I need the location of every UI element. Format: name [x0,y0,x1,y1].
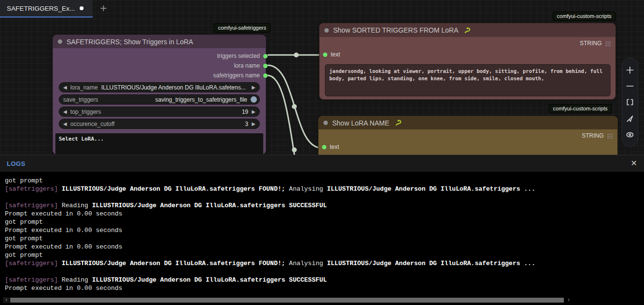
toggle-dot-icon[interactable] [251,96,257,103]
log-line: Prompt executed in 0.00 seconds [5,243,639,251]
log-line: Prompt executed in 0.00 seconds [5,226,639,234]
input-dot-icon[interactable] [322,145,326,149]
widget-lora-name[interactable]: ◀ lora_name ILLUSTRIOUS/Judge Anderson D… [59,82,260,92]
node-badge: comfyui-safetriggers [214,23,271,33]
output-type-label: STRING [582,132,604,139]
node-show-lora-name[interactable]: Show LoRA NAME STRING text [318,116,618,160]
unsaved-dot-icon [80,6,84,10]
output-dot-icon[interactable] [263,73,268,78]
log-line: Prompt executed in 0.00 seconds [5,210,639,218]
input-slot-text[interactable]: text [320,50,615,59]
log-line: [safetriggers] Reading ILLUSTRIOUS/Judge… [5,276,639,284]
decrement-icon[interactable]: ◀ [63,121,67,126]
node-title-bar[interactable]: Show SORTED TRIGGERS FROM LoRA [320,23,615,37]
output-slot-safetriggers-name[interactable]: safetriggers name [53,71,266,80]
zoom-in-button[interactable] [625,65,635,75]
output-type-label: STRING [580,40,602,47]
collapse-dot-icon[interactable] [323,121,328,125]
python-snake-icon [464,27,471,34]
node-safetriggers[interactable]: SAFETRIGGERS; Show Triggers in LoRA trig… [52,35,266,155]
node-title-bar[interactable]: Show LoRA NAME [319,116,617,129]
input-slot-text[interactable]: text [319,142,617,152]
collapse-dot-icon[interactable] [324,28,329,33]
combo-next-icon[interactable]: ▶ [252,85,255,90]
select-lora-textarea[interactable]: Select LoRA... [55,133,263,156]
node-badge: comfyui-custom-scripts [553,12,616,21]
node-title: Show SORTED TRIGGERS FROM LoRA [333,26,458,34]
scroll-left-icon[interactable]: ‹ [3,297,10,303]
resize-grid-icon[interactable] [607,133,612,139]
python-snake-icon [395,119,402,126]
increment-icon[interactable]: ▶ [252,121,255,126]
log-line: got prompt [5,177,639,185]
increment-icon[interactable]: ▶ [252,109,255,114]
widget-occurence-cutoff[interactable]: ◀ occurence_cutoff 3 ▶ [59,119,260,129]
node-title: Show LoRA NAME [332,119,390,127]
node-show-sorted-triggers[interactable]: Show SORTED TRIGGERS FROM LoRA STRING te… [319,23,616,100]
output-slot-triggers-selected[interactable]: triggers selected [53,51,266,61]
horizontal-scrollbar[interactable]: ‹ › [0,297,644,304]
combo-prev-icon[interactable]: ◀ [63,85,67,90]
log-line [5,268,639,276]
output-slot-lora-name[interactable]: lora name [53,61,266,71]
workflow-tab-label: SAFETRIGGERS_Ex... [7,5,75,12]
canvas-toolbar [622,58,638,147]
log-lines[interactable]: got prompt[safetriggers] ILLUSTRIOUS/Jud… [0,172,644,292]
string-output-display[interactable]: jandersondg, looking at viewer, portrait… [325,64,610,96]
log-line: [safetriggers] ILLUSTRIOUS/Judge Anderso… [5,185,639,193]
log-line: Prompt executed in 0.00 seconds [5,284,639,292]
logs-title: LOGS [7,160,25,167]
input-dot-icon[interactable] [323,53,327,57]
log-line: got prompt [5,218,639,226]
toggle-visibility-button[interactable] [625,130,635,140]
log-line [5,193,639,201]
scroll-right-icon[interactable]: › [565,297,572,303]
pan-mode-button[interactable] [625,114,635,124]
scrollbar-thumb[interactable] [10,298,564,303]
log-line: [safetriggers] ILLUSTRIOUS/Judge Anderso… [5,259,639,268]
decrement-icon[interactable]: ◀ [63,109,67,114]
graph-canvas[interactable]: SAFETRIGGERS_Ex... + comfyui-safetrigger… [0,0,644,305]
workflow-tab[interactable]: SAFETRIGGERS_Ex... [0,0,93,18]
log-line: got prompt [5,251,639,259]
new-workflow-button[interactable]: + [97,2,110,16]
log-line: got prompt [5,234,639,243]
widget-top-triggers[interactable]: ◀ top_triggers 19 ▶ [59,107,260,117]
resize-grid-icon[interactable] [605,41,610,46]
logs-header: LOGS ✕ [0,155,644,172]
close-logs-icon[interactable]: ✕ [631,160,637,167]
output-dot-icon[interactable] [263,64,268,68]
logs-panel: LOGS ✕ got prompt[safetriggers] ILLUSTRI… [0,155,644,305]
output-dot-icon[interactable] [263,54,268,58]
log-line: [safetriggers] Reading ILLUSTRIOUS/Judge… [5,201,639,210]
widget-save-triggers[interactable]: save_triggers saving_triggers_to_safetri… [59,94,260,105]
collapse-dot-icon[interactable] [58,39,62,44]
fit-view-button[interactable] [625,97,635,107]
node-title: SAFETRIGGERS; Show Triggers in LoRA [67,38,193,46]
node-badge: comfyui-custom-scripts [549,104,612,113]
zoom-out-button[interactable] [625,81,635,91]
node-title-bar[interactable]: SAFETRIGGERS; Show Triggers in LoRA [53,35,266,48]
